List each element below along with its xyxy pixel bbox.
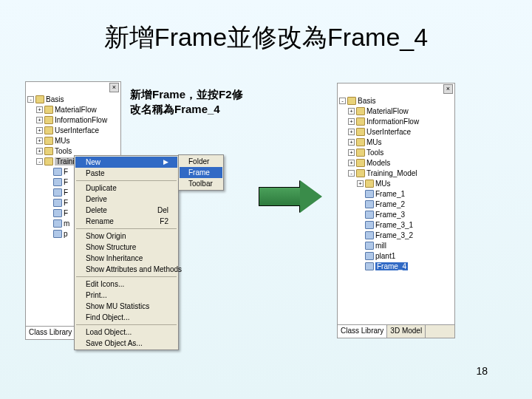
expand-icon[interactable]: + xyxy=(357,180,364,187)
tree-item[interactable]: Frame_3_2 xyxy=(339,230,453,240)
tree-item[interactable]: +Models xyxy=(339,157,453,168)
tree-item[interactable]: +Tools xyxy=(27,146,119,156)
collapse-icon[interactable]: - xyxy=(27,96,34,103)
menu-item[interactable]: Paste xyxy=(75,168,177,179)
menu-item[interactable]: New▶ xyxy=(75,157,177,168)
menu-item[interactable]: Save Object As... xyxy=(75,338,177,349)
menu-label: Rename xyxy=(86,217,114,225)
menu-item[interactable]: RenameF2 xyxy=(75,216,177,227)
expand-icon[interactable]: + xyxy=(36,127,43,134)
tree-item[interactable]: +MUs xyxy=(339,178,453,188)
folder-icon xyxy=(356,107,365,115)
tree-label: m xyxy=(64,219,69,228)
expand-icon[interactable]: + xyxy=(348,160,355,166)
expand-icon[interactable]: + xyxy=(348,129,355,135)
page-number: 18 xyxy=(476,365,488,377)
menu-item[interactable]: DeleteDel xyxy=(75,205,177,216)
folder-icon xyxy=(356,159,365,167)
menu-item[interactable]: Duplicate xyxy=(75,183,177,194)
tree-item[interactable]: Frame_2 xyxy=(339,199,453,209)
tree-item[interactable]: Frame_1 xyxy=(339,188,453,199)
tree-label: F xyxy=(64,178,68,186)
tree-item[interactable]: +MaterialFlow xyxy=(339,106,453,116)
frame-icon xyxy=(365,242,374,250)
right-tree[interactable]: -Basis+MaterialFlow+InformationFlow+User… xyxy=(339,95,453,271)
tree-label: MaterialFlow xyxy=(366,107,409,115)
tree-item[interactable]: +MUs xyxy=(339,137,453,147)
folder-icon xyxy=(44,116,53,124)
collapse-icon[interactable]: - xyxy=(339,98,346,104)
menu-item[interactable]: Show Inheritance xyxy=(75,253,177,264)
frame-icon xyxy=(53,188,62,197)
tree-item[interactable]: Frame_4 xyxy=(339,261,453,271)
tree-item[interactable]: +InformationFlow xyxy=(27,115,119,125)
tree-item[interactable]: -Basis xyxy=(339,95,453,106)
close-icon[interactable]: × xyxy=(109,83,119,92)
collapse-icon[interactable]: - xyxy=(348,170,355,177)
tree-item[interactable]: +UserInterface xyxy=(27,125,119,135)
expand-icon[interactable]: + xyxy=(348,139,355,146)
menu-label: Find Object... xyxy=(86,313,129,321)
close-icon[interactable]: × xyxy=(443,84,453,94)
menu-label: Load Object... xyxy=(86,328,132,336)
menu-item[interactable]: Derive xyxy=(75,194,177,205)
annotation-text: 新增Frame，並按F2修 改名稱為Frame_4 xyxy=(130,87,243,116)
menu-label: Show Origin xyxy=(86,232,126,240)
folder-icon xyxy=(347,97,356,105)
folder-icon xyxy=(44,126,53,134)
menu-item[interactable]: Print... xyxy=(75,290,177,301)
expand-icon[interactable]: + xyxy=(348,108,355,115)
annotation-line2: 改名稱為Frame_4 xyxy=(130,103,220,115)
frame-icon xyxy=(53,230,62,238)
tree-label: Frame_3_2 xyxy=(375,231,413,239)
tab-3d-model[interactable]: 3D Model xyxy=(387,325,426,338)
tree-item[interactable]: Frame_3_1 xyxy=(339,219,453,230)
tree-item[interactable]: plant1 xyxy=(339,250,453,261)
expand-icon[interactable]: + xyxy=(36,106,43,113)
tree-item[interactable]: mill xyxy=(339,240,453,250)
tab-class-library[interactable]: Class Library xyxy=(338,325,387,338)
expand-icon[interactable]: + xyxy=(348,149,355,156)
tree-item[interactable]: +MUs xyxy=(27,135,119,146)
expand-icon[interactable]: + xyxy=(36,117,43,123)
submenu-new[interactable]: FolderFrameToolbar xyxy=(178,154,224,191)
submenu-item[interactable]: Toolbar xyxy=(180,178,222,189)
menu-label: Print... xyxy=(86,291,107,299)
tab-class-library[interactable]: Class Library xyxy=(26,327,75,339)
tree-item[interactable]: +MaterialFlow xyxy=(27,104,119,115)
tree-label: Basis xyxy=(358,97,375,105)
collapse-icon[interactable]: - xyxy=(36,158,43,165)
tree-item[interactable]: Frame_3 xyxy=(339,209,453,219)
submenu-item[interactable]: Folder xyxy=(180,156,222,167)
menu-item[interactable]: Show Attributes and Methods xyxy=(75,264,177,275)
expand-icon[interactable]: + xyxy=(36,148,43,154)
expand-icon[interactable]: + xyxy=(348,118,355,125)
menu-item[interactable]: Find Object... xyxy=(75,312,177,323)
menu-shortcut: F2 xyxy=(160,217,168,225)
menu-label: Paste xyxy=(86,169,105,177)
right-class-library-panel: × -Basis+MaterialFlow+InformationFlow+Us… xyxy=(337,83,455,338)
frame-icon xyxy=(365,231,374,239)
tree-label: Frame_2 xyxy=(375,200,405,208)
folder-icon xyxy=(356,149,365,157)
submenu-arrow-icon: ▶ xyxy=(163,158,168,166)
menu-item[interactable]: Show Structure xyxy=(75,242,177,253)
menu-item[interactable]: Show Origin xyxy=(75,231,177,242)
submenu-item[interactable]: Frame xyxy=(180,167,222,178)
right-panel-tabs: Class Library 3D Model xyxy=(338,324,454,338)
tree-item[interactable]: -Basis xyxy=(27,94,119,104)
arrow-graphic xyxy=(259,180,325,213)
tree-item[interactable]: +Tools xyxy=(339,147,453,157)
menu-item[interactable]: Edit Icons... xyxy=(75,279,177,290)
context-menu[interactable]: New▶PasteDuplicateDeriveDeleteDelRenameF… xyxy=(74,155,179,350)
expand-icon[interactable]: + xyxy=(36,137,43,144)
tree-label: F xyxy=(64,168,68,176)
tree-item[interactable]: +InformationFlow xyxy=(339,116,453,126)
tree-label: UserInterface xyxy=(55,126,99,134)
tree-item[interactable]: -Training_Model xyxy=(339,168,453,178)
menu-item[interactable]: Show MU Statistics xyxy=(75,301,177,312)
tree-item[interactable]: +UserInterface xyxy=(339,126,453,137)
frame-icon xyxy=(53,209,62,217)
menu-separator xyxy=(76,180,177,181)
menu-item[interactable]: Load Object... xyxy=(75,327,177,338)
